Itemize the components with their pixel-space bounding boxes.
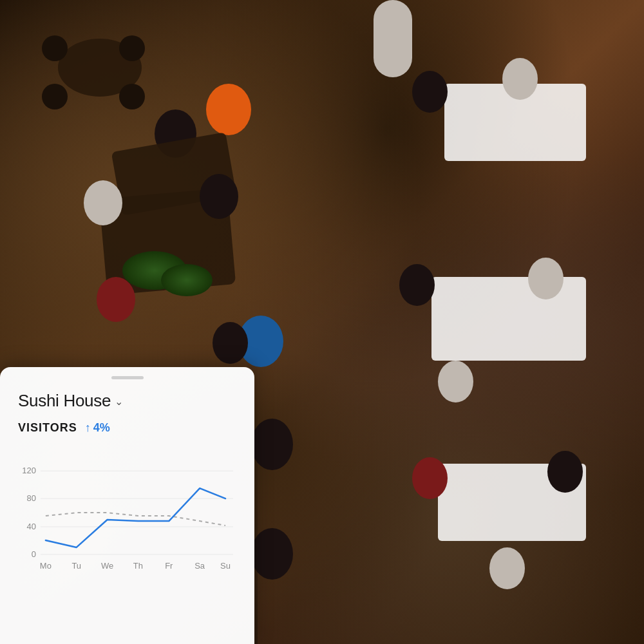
chair — [119, 84, 145, 109]
visitors-section: VISITORS ↑ 4% — [0, 421, 254, 458]
x-label-su: Su — [220, 561, 231, 571]
person — [206, 84, 251, 135]
drag-bar — [111, 376, 144, 379]
x-label-tu: Tu — [71, 561, 81, 571]
card-header: Sushi House ⌄ — [0, 384, 254, 421]
solid-line-current — [46, 488, 225, 547]
trend-up-icon: ↑ — [85, 421, 91, 435]
chair — [119, 35, 145, 61]
y-label-120: 120 — [22, 466, 36, 475]
restaurant-selector[interactable]: Sushi House ⌄ — [18, 391, 236, 411]
person — [547, 451, 583, 493]
y-label-0: 0 — [32, 549, 36, 559]
person — [502, 58, 538, 100]
x-label-th: Th — [133, 561, 143, 571]
person — [412, 457, 448, 499]
chair — [42, 84, 68, 109]
person — [399, 264, 435, 306]
person — [412, 71, 448, 113]
dashed-line-previous — [46, 513, 225, 526]
x-label-sa: Sa — [194, 561, 205, 571]
x-label-mo: Mo — [40, 561, 52, 571]
visitors-chart: 120 80 40 0 Mo Tu We Th Fr Sa Su — [0, 458, 254, 600]
drag-handle-area[interactable] — [0, 367, 254, 384]
person — [200, 174, 238, 219]
plant-decoration — [161, 264, 213, 296]
visitors-label: VISITORS — [18, 421, 77, 435]
y-label-40: 40 — [26, 522, 35, 531]
person — [374, 0, 412, 77]
visitors-header: VISITORS ↑ 4% — [18, 421, 236, 435]
trend-percent: 4% — [93, 421, 110, 435]
y-label-80: 80 — [26, 493, 35, 503]
restaurant-name: Sushi House — [18, 391, 111, 411]
x-label-fr: Fr — [165, 561, 173, 571]
person — [438, 361, 473, 402]
chair — [42, 35, 68, 61]
trend-badge: ↑ 4% — [85, 421, 110, 435]
person — [489, 547, 525, 589]
person — [97, 277, 135, 322]
chart-svg: 120 80 40 0 Mo Tu We Th Fr Sa Su — [18, 458, 236, 600]
person — [84, 180, 122, 225]
table — [431, 277, 586, 361]
person — [528, 258, 564, 299]
x-label-we: We — [101, 561, 113, 571]
chevron-down-icon: ⌄ — [115, 395, 123, 408]
visitor-card: Sushi House ⌄ VISITORS ↑ 4% 120 80 40 0 — [0, 367, 254, 644]
